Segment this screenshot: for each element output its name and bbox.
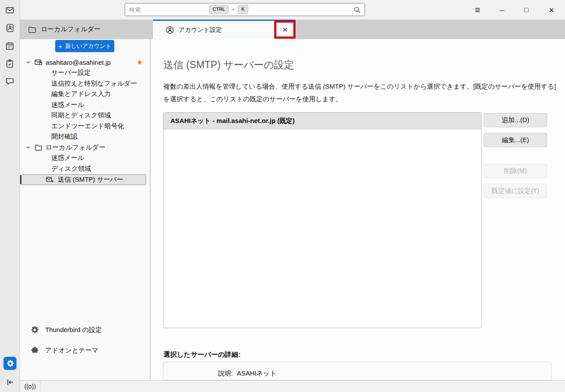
smtp-server-list[interactable]: ASAHIネット - mail.asahi-net.or.jp (既定) [163, 112, 482, 328]
new-account-button[interactable]: + 新しいアカウント [55, 40, 114, 52]
gear-icon [30, 326, 39, 334]
close-icon: × [549, 5, 554, 15]
network-status-icon: ((o)) [24, 383, 36, 390]
gear-icon [6, 359, 14, 368]
tree-item-local-junk[interactable]: 迷惑メール [20, 153, 150, 164]
mail-space-icon[interactable] [3, 3, 17, 17]
collapse-spaces-button[interactable] [4, 376, 16, 388]
ctrl-key-badge: CTRL [209, 5, 229, 13]
tree-item-junk[interactable]: 迷惑メール [20, 100, 150, 110]
calendar-space-icon[interactable] [3, 39, 17, 52]
default-account-star-icon: ★ [136, 58, 143, 67]
hamburger-icon: ≡ [475, 5, 480, 15]
thunderbird-window: CTRL + K ≡ ─ □ × ローカルフォルダー アカウント設定 × + [0, 0, 565, 392]
tab-label: アカウント設定 [179, 26, 222, 34]
window-close-button[interactable]: × [545, 3, 558, 17]
minimize-button[interactable]: ─ [495, 3, 508, 17]
address-book-space-icon[interactable] [3, 21, 17, 34]
smtp-settings-pane: 送信 (SMTP) サーバーの設定 複数の差出人情報を管理している場合、使用する… [150, 39, 565, 380]
tab-close-button[interactable]: × [279, 23, 291, 36]
account-settings-sidebar: + 新しいアカウント asahitaro@asahinet.jp ★ サーバー設… [20, 39, 150, 380]
description-label: 説明: [163, 369, 233, 378]
search-input[interactable] [129, 7, 206, 13]
details-heading: 選択したサーバーの詳細: [163, 350, 240, 359]
chat-space-icon[interactable] [3, 75, 17, 88]
settings-tree: asahitaro@asahinet.jp ★ サーバー設定 送信控えと特別なフ… [20, 57, 150, 185]
search-icon [353, 6, 361, 13]
tree-account-root[interactable]: asahitaro@asahinet.jp ★ [20, 57, 150, 68]
unified-toolbar: CTRL + K ≡ ─ □ × [20, 0, 565, 20]
smtp-server-row-selected[interactable]: ASAHIネット - mail.asahi-net.or.jp (既定) [163, 113, 481, 130]
addons-themes-link[interactable]: アドオンとテーマ [20, 345, 150, 356]
mail-lock-icon [34, 58, 43, 66]
folder-icon [28, 25, 37, 34]
tasks-space-icon[interactable] [3, 57, 17, 70]
tree-item-return-receipts[interactable]: 開封確認 [20, 132, 150, 143]
page-title: 送信 (SMTP) サーバーの設定 [163, 58, 294, 72]
chevron-down-icon [25, 144, 31, 150]
delete-button: 削除(M) [484, 164, 547, 178]
thunderbird-settings-link[interactable]: Thunderbird の設定 [20, 324, 150, 336]
app-menu-button[interactable]: ≡ [471, 3, 484, 17]
account-email: asahitaro@asahinet.jp [46, 59, 111, 66]
status-bar: ((o)) [20, 380, 565, 392]
tab-close-icon: × [282, 24, 288, 35]
collapse-icon [6, 378, 14, 386]
header-strip: ローカルフォルダー アカウント設定 × [20, 20, 565, 39]
account-icon [166, 26, 174, 34]
tree-item-e2e-encryption[interactable]: エンドツーエンド暗号化 [20, 121, 150, 132]
settings-space-button[interactable] [3, 357, 17, 370]
smtp-send-icon [46, 176, 54, 184]
folder-icon [34, 143, 43, 152]
tree-local-folders-root[interactable]: ローカルフォルダー [20, 142, 150, 153]
tasks-icon [5, 59, 14, 68]
address-book-icon [5, 23, 14, 33]
folder-pane-header: ローカルフォルダー [20, 20, 150, 39]
chevron-down-icon [25, 59, 31, 65]
minimize-icon: ─ [500, 7, 505, 14]
tree-item-sync-disk[interactable]: 同期とディスク領域 [20, 110, 150, 121]
page-description: 複数の差出人情報を管理している場合、使用する送信 (SMTP) サーバーをこのリ… [163, 80, 563, 105]
chat-icon [5, 77, 14, 86]
network-status-button[interactable]: ((o)) [20, 381, 40, 392]
global-search[interactable]: CTRL + K [125, 3, 365, 16]
tree-item-local-disk[interactable]: ディスク領域 [20, 163, 150, 174]
set-default-button: 既定値に設定(T) [484, 184, 547, 198]
plus-icon: + [58, 43, 62, 50]
tree-item-copies-folders[interactable]: 送信控えと特別なフォルダー [20, 78, 150, 89]
folder-pane-title: ローカルフォルダー [41, 25, 100, 33]
add-button[interactable]: 追加...(D) [484, 113, 547, 127]
plus-separator: + [232, 7, 235, 13]
k-key-badge: K [238, 5, 248, 13]
server-details-panel: 説明: ASAHIネット [163, 362, 552, 380]
description-value: ASAHIネット [237, 369, 276, 378]
puzzle-icon [30, 346, 39, 355]
tree-item-server-settings[interactable]: サーバー設定 [20, 68, 150, 79]
maximize-icon: □ [524, 6, 528, 14]
tab-account-settings[interactable]: アカウント設定 [153, 20, 296, 39]
tree-item-composition[interactable]: 編集とアドレス入力 [20, 89, 150, 100]
mail-icon [5, 6, 14, 15]
calendar-icon [5, 41, 14, 50]
local-folders-label: ローカルフォルダー [46, 143, 105, 152]
tree-item-smtp-server[interactable]: 送信 (SMTP) サーバー [21, 174, 146, 185]
edit-button[interactable]: 編集...(E) [484, 133, 547, 147]
smtp-server-label: 送信 (SMTP) サーバー [58, 176, 123, 184]
maximize-button[interactable]: □ [520, 3, 533, 17]
spaces-toolbar [0, 0, 20, 392]
